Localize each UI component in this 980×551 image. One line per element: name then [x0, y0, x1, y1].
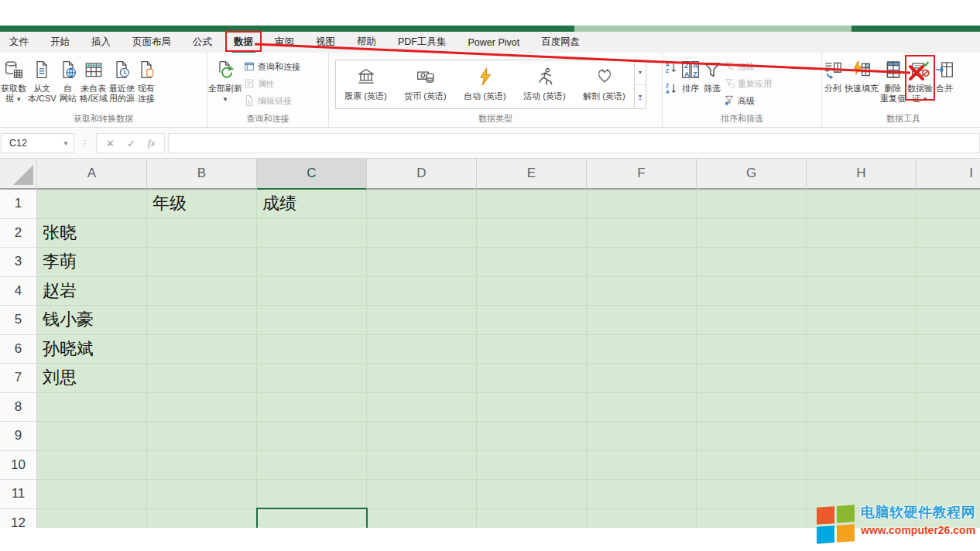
- cell-D11[interactable]: [367, 480, 477, 509]
- cell-A8[interactable]: [37, 393, 147, 423]
- datatype-automatic-button[interactable]: 自动 (英语): [455, 60, 515, 108]
- cell-E11[interactable]: [477, 480, 587, 509]
- cell-E3[interactable]: [477, 248, 587, 277]
- cell-D8[interactable]: [367, 393, 477, 423]
- cell-E1[interactable]: [477, 190, 587, 219]
- tab-百度网盘[interactable]: 百度网盘: [540, 36, 581, 49]
- text-to-columns-button[interactable]: 分列: [822, 56, 844, 94]
- name-box[interactable]: C12 ▼: [1, 133, 74, 153]
- flash-fill-button[interactable]: 快速填充: [844, 56, 879, 94]
- cell-I2[interactable]: [917, 219, 980, 248]
- cell-A1[interactable]: [37, 190, 147, 219]
- cell-E8[interactable]: [477, 393, 587, 423]
- cell-G5[interactable]: [697, 306, 807, 335]
- tab-文件[interactable]: 文件: [8, 36, 30, 49]
- cell-E6[interactable]: [477, 335, 587, 364]
- datatype-anatomy-button[interactable]: 解剖 (英语): [574, 60, 634, 108]
- row-header-7[interactable]: 7: [0, 364, 37, 393]
- data-validation-button[interactable]: 数据验证 ▼: [906, 56, 934, 104]
- tab-开始[interactable]: 开始: [49, 36, 71, 49]
- cell-C7[interactable]: [257, 364, 367, 393]
- cell-C1[interactable]: 成绩: [257, 190, 367, 219]
- cell-C9[interactable]: [257, 422, 367, 451]
- cell-G9[interactable]: [697, 422, 807, 451]
- cell-F5[interactable]: [587, 306, 697, 335]
- cell-E12[interactable]: [477, 509, 587, 529]
- cell-I9[interactable]: [917, 422, 980, 451]
- cell-F4[interactable]: [587, 277, 697, 306]
- column-header-H[interactable]: H: [807, 159, 917, 190]
- sort-ascending-button[interactable]: AZ: [663, 61, 680, 77]
- cell-B12[interactable]: [147, 509, 257, 529]
- column-header-D[interactable]: D: [367, 159, 477, 190]
- cell-D12[interactable]: [367, 509, 477, 529]
- row-header-2[interactable]: 2: [0, 219, 37, 248]
- cell-F8[interactable]: [587, 393, 697, 423]
- cell-I1[interactable]: [917, 190, 980, 219]
- column-header-E[interactable]: E: [477, 159, 587, 190]
- cell-B10[interactable]: [147, 451, 257, 481]
- row-header-10[interactable]: 10: [0, 451, 37, 481]
- cell-E2[interactable]: [477, 219, 587, 248]
- cell-H3[interactable]: [807, 248, 917, 277]
- cell-F2[interactable]: [587, 219, 697, 248]
- datatype-activities-button[interactable]: 活动 (英语): [515, 60, 574, 108]
- tab-帮助[interactable]: 帮助: [355, 36, 378, 49]
- cell-G11[interactable]: [697, 480, 807, 509]
- existing-connections-button[interactable]: 现有连接: [135, 56, 157, 103]
- cell-B5[interactable]: [147, 306, 257, 335]
- cell-F7[interactable]: [587, 364, 697, 393]
- gallery-more-icon[interactable]: ▾̲: [635, 85, 646, 109]
- cell-B8[interactable]: [147, 393, 257, 423]
- cell-D10[interactable]: [367, 451, 477, 481]
- cell-E9[interactable]: [477, 422, 587, 451]
- cell-E5[interactable]: [477, 306, 587, 335]
- cell-I3[interactable]: [917, 248, 980, 277]
- cell-F11[interactable]: [587, 480, 697, 509]
- recent-sources-button[interactable]: 最近使用的源: [108, 56, 135, 103]
- get-data-button[interactable]: 获取数据 ▼: [0, 56, 27, 104]
- cell-I8[interactable]: [917, 393, 980, 423]
- from-table-range-button[interactable]: 来自表格/区域: [79, 56, 108, 103]
- cell-A11[interactable]: [37, 480, 147, 509]
- cell-H9[interactable]: [807, 422, 917, 451]
- refresh-all-button[interactable]: 全部刷新 ▼: [207, 56, 243, 104]
- tab-视图[interactable]: 视图: [314, 36, 337, 49]
- cell-C4[interactable]: [257, 277, 367, 306]
- row-header-6[interactable]: 6: [0, 335, 37, 364]
- cell-G2[interactable]: [697, 219, 807, 248]
- cell-H7[interactable]: [807, 364, 917, 393]
- tab-数据[interactable]: 数据: [232, 36, 255, 49]
- cell-B1[interactable]: 年级: [147, 190, 257, 219]
- tab-页面布局[interactable]: 页面布局: [131, 36, 173, 49]
- cell-A7[interactable]: 刘思: [37, 364, 147, 393]
- cell-A9[interactable]: [37, 422, 147, 451]
- column-header-I[interactable]: I: [917, 159, 980, 190]
- cell-C11[interactable]: [257, 480, 367, 509]
- cell-D9[interactable]: [367, 422, 477, 451]
- tab-PDF工具集[interactable]: PDF工具集: [396, 36, 448, 49]
- column-header-A[interactable]: A: [37, 159, 147, 190]
- cell-B6[interactable]: [147, 335, 257, 364]
- cell-A6[interactable]: 孙晓斌: [37, 335, 147, 364]
- cell-F3[interactable]: [587, 248, 697, 277]
- cell-E10[interactable]: [477, 451, 587, 481]
- gallery-scroll-down-icon[interactable]: ▾: [635, 60, 646, 85]
- cell-E7[interactable]: [477, 364, 587, 393]
- cell-D7[interactable]: [367, 364, 477, 393]
- cell-C2[interactable]: [257, 219, 367, 248]
- cell-C12[interactable]: [257, 509, 367, 529]
- consolidate-button[interactable]: 合并: [934, 56, 955, 94]
- row-header-11[interactable]: 11: [0, 480, 37, 509]
- sort-button[interactable]: ZAAZ排序: [680, 56, 701, 94]
- cell-C10[interactable]: [257, 451, 367, 481]
- cell-H1[interactable]: [807, 190, 917, 219]
- cell-G4[interactable]: [697, 277, 807, 306]
- cell-F12[interactable]: [587, 509, 697, 529]
- row-header-4[interactable]: 4: [0, 277, 37, 306]
- from-web-button[interactable]: 自网站: [57, 56, 79, 103]
- cell-H4[interactable]: [807, 277, 917, 306]
- tab-审阅[interactable]: 审阅: [273, 36, 296, 49]
- name-box-dropdown-icon[interactable]: ▼: [63, 140, 69, 147]
- cell-H8[interactable]: [807, 393, 917, 423]
